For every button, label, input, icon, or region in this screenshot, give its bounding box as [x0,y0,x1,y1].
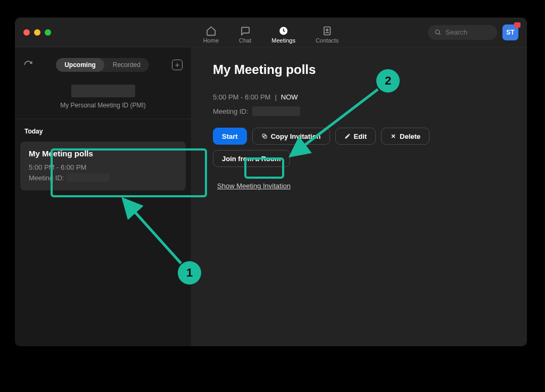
contacts-icon [322,26,333,36]
copy-invitation-button[interactable]: Copy Invitation [252,128,330,145]
app-window: Home Chat Meetings Contacts ST [15,18,527,346]
pmi-label: My Personal Meeting ID (PMI) [23,102,183,109]
meeting-list-item[interactable]: My Meeting polls 5:00 PM - 6:00 PM Meeti… [20,141,186,190]
svg-point-3 [435,30,440,34]
search-icon [434,29,441,36]
pmi-id-redacted [71,85,135,97]
detail-id-label: Meeting ID: [213,107,248,115]
sidebar: Upcoming Recorded + My Personal Meeting … [15,47,192,346]
meeting-time: 5:00 PM - 6:00 PM [29,163,177,171]
meeting-detail: My Meeting polls 5:00 PM - 6:00 PM | NOW… [192,47,527,346]
tab-upcoming[interactable]: Upcoming [56,58,104,72]
today-heading: Today [15,119,191,139]
avatar-initials: ST [506,29,514,36]
close-window-icon[interactable] [23,29,30,36]
nav-meetings[interactable]: Meetings [269,23,298,44]
show-invitation-link[interactable]: Show Meeting Invitation [217,182,291,190]
top-nav: Home Chat Meetings Contacts [201,18,341,47]
nav-home[interactable]: Home [201,23,221,44]
join-room-label: Join from a Room [222,155,281,163]
detail-id-redacted [252,106,300,116]
start-label: Start [222,132,238,140]
nav-label: Meetings [271,37,295,44]
home-icon [205,26,216,36]
edit-button[interactable]: Edit [335,128,376,145]
sidebar-tabs: Upcoming Recorded [56,58,149,72]
avatar[interactable]: ST [502,24,518,40]
tab-recorded[interactable]: Recorded [104,58,149,72]
join-from-room-button[interactable]: Join from a Room [213,150,290,167]
nav-label: Home [203,37,219,44]
nav-contacts[interactable]: Contacts [313,23,341,44]
start-button[interactable]: Start [213,128,247,145]
meeting-id-label: Meeting ID: [29,174,64,182]
detail-title: My Meeting polls [213,62,506,77]
edit-label: Edit [354,132,367,140]
delete-button[interactable]: Delete [381,128,430,145]
chat-icon [240,26,251,36]
divider: | [275,93,276,101]
detail-time: 5:00 PM - 6:00 PM [213,93,270,101]
minimize-window-icon[interactable] [34,29,40,36]
nav-label: Contacts [316,37,338,44]
search-input[interactable] [428,25,497,40]
copy-icon [261,133,268,139]
pencil-icon [344,133,351,139]
x-icon [390,133,397,139]
nav-chat[interactable]: Chat [237,23,253,44]
meeting-id-row: Meeting ID: [29,173,177,182]
maximize-window-icon[interactable] [45,29,51,36]
window-controls [23,29,51,36]
meeting-title: My Meeting polls [29,149,177,158]
detail-id-row: Meeting ID: [213,106,506,116]
titlebar: Home Chat Meetings Contacts ST [15,18,527,47]
refresh-icon[interactable] [23,60,33,70]
detail-time-row: 5:00 PM - 6:00 PM | NOW [213,93,506,101]
meeting-id-redacted [67,173,110,182]
pmi-section[interactable]: My Personal Meeting ID (PMI) [15,85,191,119]
clock-icon [278,26,289,36]
copy-label: Copy Invitation [271,132,321,140]
delete-label: Delete [400,132,420,140]
action-row: Start Copy Invitation Edit Delete [213,128,506,145]
svg-point-2 [326,29,328,31]
nav-label: Chat [239,37,251,44]
body: Upcoming Recorded + My Personal Meeting … [15,47,527,346]
search-field[interactable] [444,28,487,37]
add-meeting-button[interactable]: + [172,60,183,70]
now-label: NOW [281,93,298,101]
